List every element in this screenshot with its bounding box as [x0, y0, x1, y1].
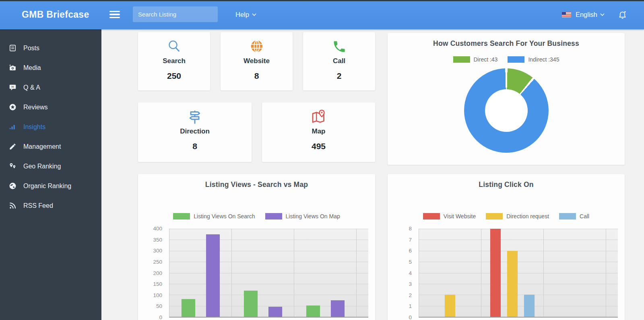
panel-title: Listing Views - Search vs Map	[138, 181, 375, 189]
help-label: Help	[235, 11, 249, 18]
reviews-icon	[8, 103, 17, 111]
legend-swatch	[486, 213, 503, 219]
sidebar-item-management[interactable]: Management	[0, 137, 101, 156]
sidebar-item-reviews[interactable]: Reviews	[0, 97, 101, 117]
sidebar-item-label: Geo Ranking	[23, 163, 61, 170]
stat-label: Direction	[138, 127, 252, 135]
sidebar-item-organic-ranking[interactable]: Organic Ranking	[0, 176, 101, 196]
legend-item-search-views[interactable]: Listing Views On Search	[173, 213, 255, 219]
svg-text:?!: ?!	[11, 85, 14, 89]
legend-label: Listing Views On Search	[194, 213, 255, 219]
stat-card-direction: Direction 8	[138, 103, 252, 162]
stat-value: 8	[138, 142, 252, 151]
stat-label: Map	[262, 127, 375, 135]
legend-label: Direction request	[506, 213, 549, 219]
chevron-down-icon	[600, 13, 605, 16]
globe-icon	[221, 38, 293, 55]
legend-item-indirect[interactable]: Indirect :345	[508, 56, 559, 63]
stat-label: Search	[138, 57, 210, 65]
y-axis-labels: 400350300250200150100500	[138, 229, 166, 318]
search-input[interactable]	[133, 6, 218, 22]
stat-value: 8	[221, 71, 293, 81]
hamburger-menu-icon[interactable]	[109, 10, 120, 19]
stat-card-call: Call 2	[303, 32, 375, 90]
legend-swatch	[453, 56, 470, 63]
sidebar-item-label: Posts	[23, 45, 39, 52]
app-logo[interactable]: GMB Briefcase	[22, 0, 89, 29]
panel-how-customers-search: How Customers Search For Your Business D…	[388, 33, 625, 165]
donut-legend: Direct :43 Indirect :345	[388, 56, 625, 63]
media-icon	[8, 64, 17, 72]
legend-label: Indirect :345	[528, 56, 559, 63]
stat-value: 2	[303, 71, 375, 81]
sidebar-item-insights[interactable]: Insights	[0, 117, 101, 137]
panel-title: How Customers Search For Your Business	[388, 39, 625, 48]
signpost-icon	[138, 109, 252, 125]
search-icon	[138, 38, 210, 55]
sidebar-item-media[interactable]: Media	[0, 58, 101, 78]
sidebar-item-qa[interactable]: ?! Q & A	[0, 78, 101, 97]
legend-swatch	[265, 213, 282, 219]
stat-card-map: Map 495	[262, 103, 375, 162]
legend-swatch	[423, 213, 440, 219]
legend-label: Listing Views On Map	[286, 213, 340, 219]
rss-icon	[8, 202, 17, 210]
sidebar-item-label: RSS Feed	[23, 202, 53, 209]
language-label: English	[576, 11, 597, 18]
legend-item-direction-request[interactable]: Direction request	[486, 213, 549, 219]
legend-swatch	[173, 213, 190, 219]
chevron-down-icon	[252, 13, 256, 16]
qa-icon: ?!	[8, 84, 17, 92]
stat-card-search: Search 250	[138, 32, 210, 90]
legend-label: Call	[580, 213, 589, 219]
bar-chart-plot	[169, 229, 368, 318]
help-menu[interactable]: Help	[235, 0, 256, 29]
sidebar-item-label: Reviews	[23, 104, 47, 111]
stat-label: Website	[221, 57, 293, 65]
management-icon	[8, 143, 17, 151]
geo-ranking-icon	[8, 162, 17, 170]
bell-icon	[618, 10, 627, 19]
sidebar-item-rss-feed[interactable]: RSS Feed	[0, 196, 101, 215]
sidebar-item-label: Management	[23, 143, 61, 150]
sidebar-item-label: Insights	[23, 123, 45, 131]
sidebar-item-posts[interactable]: Posts	[0, 38, 101, 58]
us-flag-icon	[562, 12, 571, 17]
panel-title: Listing Click On	[388, 181, 625, 189]
chart-legend: Visit Website Direction request Call	[388, 213, 625, 219]
main-content: Search 250 Website 8 Call 2 Direction 8 …	[101, 29, 644, 320]
posts-icon	[8, 44, 17, 52]
legend-label: Visit Website	[444, 213, 476, 219]
legend-item-call[interactable]: Call	[559, 213, 589, 219]
y-axis-labels: 876543210	[388, 229, 416, 318]
stat-label: Call	[303, 57, 375, 65]
sidebar-item-label: Organic Ranking	[23, 183, 71, 190]
stat-card-website: Website 8	[221, 32, 293, 90]
legend-item-visit-website[interactable]: Visit Website	[423, 213, 476, 219]
sidebar-item-label: Media	[23, 64, 41, 72]
notifications-button[interactable]	[618, 10, 627, 19]
sidebar-item-geo-ranking[interactable]: Geo Ranking	[0, 156, 101, 176]
legend-item-direct[interactable]: Direct :43	[453, 56, 498, 63]
panel-listing-views: Listing Views - Search vs Map Listing Vi…	[138, 174, 375, 320]
legend-swatch	[508, 56, 524, 63]
language-selector[interactable]: English	[576, 11, 605, 18]
legend-swatch	[559, 213, 576, 219]
phone-icon	[303, 38, 375, 55]
legend-item-map-views[interactable]: Listing Views On Map	[265, 213, 340, 219]
panel-listing-click-on: Listing Click On Visit Website Direction…	[388, 174, 625, 320]
insights-icon	[8, 123, 17, 131]
chart-legend: Listing Views On Search Listing Views On…	[138, 213, 375, 219]
top-header: GMB Briefcase Help English	[0, 0, 644, 29]
stat-value: 495	[262, 142, 375, 151]
sidebar-item-label: Q & A	[23, 84, 40, 91]
donut-chart	[464, 68, 549, 153]
map-pin-icon	[262, 109, 375, 125]
organic-ranking-icon	[8, 182, 17, 190]
bar-chart-plot	[419, 229, 618, 318]
stat-value: 250	[138, 71, 210, 81]
legend-label: Direct :43	[474, 56, 498, 63]
sidebar: Posts Media ?! Q & A Reviews Insights	[0, 29, 101, 320]
